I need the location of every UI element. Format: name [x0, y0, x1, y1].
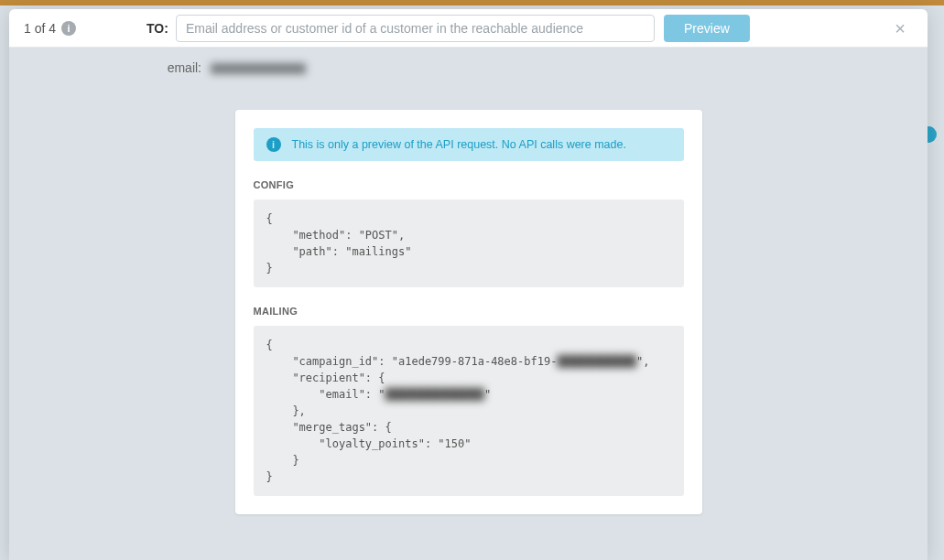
- info-bar-text: This is only a preview of the API reques…: [292, 138, 626, 151]
- preview-modal: 1 of 4 i TO: Preview × email: i This is …: [9, 9, 928, 560]
- email-value-blurred: [211, 63, 306, 74]
- mailing-heading: MAILING: [254, 306, 684, 317]
- info-bar: i This is only a preview of the API requ…: [254, 128, 684, 161]
- email-label: email:: [9, 60, 207, 75]
- modal-header: 1 of 4 i TO: Preview ×: [9, 9, 928, 48]
- to-label: TO:: [146, 21, 168, 36]
- mailing-code-post: " }, "merge_tags": { "loyalty_points": "…: [266, 388, 492, 483]
- config-heading: CONFIG: [254, 179, 684, 190]
- step-counter: 1 of 4: [24, 21, 56, 36]
- info-icon: i: [266, 137, 281, 152]
- mailing-code-block: { "campaign_id": "a1ede799-871a-48e8-bf1…: [254, 326, 684, 496]
- top-warning-banner: [0, 0, 944, 5]
- preview-button[interactable]: Preview: [664, 15, 750, 42]
- close-button[interactable]: ×: [887, 16, 913, 41]
- info-icon[interactable]: i: [61, 21, 76, 36]
- config-code-block: { "method": "POST", "path": "mailings" }: [254, 199, 684, 287]
- preview-card: i This is only a preview of the API requ…: [235, 110, 702, 514]
- email-row: email:: [9, 48, 928, 93]
- mailing-code-pre: { "campaign_id": "a1ede799-871a-48e8-bf1…: [266, 339, 558, 368]
- mailing-campaign-blur: ████████████: [557, 355, 636, 368]
- modal-body: email: i This is only a preview of the A…: [9, 48, 928, 560]
- to-input[interactable]: [176, 15, 655, 42]
- mailing-email-blur: ███████████████: [385, 388, 484, 401]
